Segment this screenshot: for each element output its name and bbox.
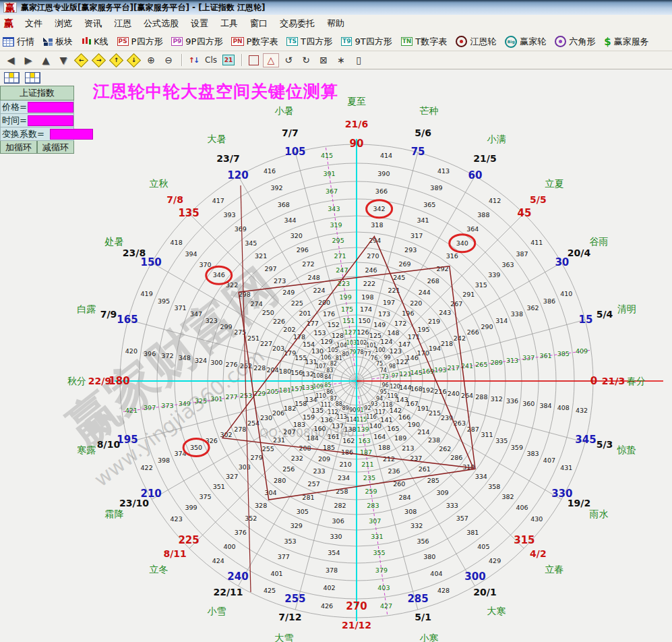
time-input[interactable]	[28, 115, 73, 126]
wheel-number: 173	[378, 310, 390, 318]
arrow-up-button[interactable]: ▲	[38, 53, 54, 67]
diamond-left-button[interactable]: ←	[73, 53, 89, 67]
arrow-right-button[interactable]: ▶	[20, 53, 36, 67]
wheel-number: 231	[273, 436, 285, 444]
wheel-number: 259	[365, 488, 377, 495]
arrow-left-button[interactable]: ◀	[3, 53, 19, 67]
rotate-ccw-button[interactable]: ↺	[280, 53, 297, 67]
menu-item-4[interactable]: 公式选股	[138, 16, 185, 32]
menu-item-9[interactable]: 帮助	[321, 16, 350, 32]
wheel-number: 297	[264, 265, 276, 272]
wheel-number: 265	[475, 361, 487, 368]
menu-item-6[interactable]: 工具	[214, 16, 244, 32]
toolbar-button-P数字表[interactable]: PNP数字表	[231, 36, 278, 48]
wheel-number: 399	[185, 504, 197, 511]
wheel-number: 347	[190, 310, 202, 318]
price-input[interactable]	[28, 102, 73, 113]
toolbar-button-行情[interactable]: 行情	[3, 36, 34, 48]
wheel-number: 206	[272, 409, 284, 417]
square-tool-button[interactable]	[245, 53, 262, 67]
wheel-number: 356	[417, 537, 429, 545]
menu-item-5[interactable]: 设置	[185, 16, 214, 32]
wheel-number: 98	[389, 363, 396, 370]
big-wheel-icon: Big	[505, 36, 517, 48]
toolbar-button-K线[interactable]: K线	[82, 36, 109, 48]
wheel-number: 180	[279, 368, 291, 375]
menu-item-2[interactable]: 资讯	[78, 16, 108, 32]
wheel-number: 413	[437, 167, 450, 175]
wheel-number: 323	[206, 317, 218, 324]
toolbar-button-T四方形[interactable]: TST四方形	[286, 36, 332, 48]
wheel-number: 245	[393, 274, 405, 281]
toolbar-button-板块[interactable]: 板块	[43, 36, 73, 48]
wheel-number: 293	[404, 246, 417, 254]
diamond-down-button[interactable]: ↓	[125, 53, 142, 67]
zoom-in-button[interactable]: ⊕	[143, 53, 159, 67]
toolbar-button-T数字表[interactable]: TNT数字表	[401, 36, 448, 48]
wheel-number: 358	[488, 483, 500, 490]
wheel-number: 149	[373, 321, 386, 328]
wheel-number: 423	[171, 515, 183, 523]
solar-term-label: 处暑	[104, 236, 124, 247]
toolbar-button-赢家服务[interactable]: $赢家服务	[604, 36, 648, 48]
add-cycle-button[interactable]: 加循环	[0, 141, 37, 154]
toolbar-button-9P四方形[interactable]: P99P四方形	[171, 36, 222, 48]
grid-table-icon-2[interactable]	[25, 72, 40, 84]
toolbar-button-六角形[interactable]: 六角形	[555, 36, 595, 48]
wheel-number: 306	[332, 517, 344, 525]
wheel-number: 274	[251, 300, 263, 308]
menu-item-8[interactable]: 交易委托	[274, 16, 321, 32]
coef-input[interactable]	[50, 129, 93, 140]
spoke-line	[357, 263, 561, 382]
center-view-button[interactable]: ∗	[333, 53, 349, 67]
menu-item-0[interactable]: 文件	[19, 16, 49, 32]
grid-table-icon-1[interactable]	[4, 72, 20, 84]
arrow-down-button[interactable]: ▼	[55, 53, 71, 67]
menu-item-1[interactable]: 浏览	[49, 16, 78, 32]
app-window: 赢 赢家江恩专业版[赢家服务平台][赢家服务平台] - [上证指数 江恩轮] 赢…	[0, 0, 672, 642]
wheel-number: 390	[377, 170, 390, 177]
wheel-number: 86	[326, 389, 333, 395]
zoom-out-button[interactable]: ⊖	[160, 53, 177, 67]
date-label: 7/9	[100, 309, 117, 320]
wheel-number: 278	[234, 426, 246, 433]
range-updown-button[interactable]: ↑↓	[185, 53, 202, 67]
menu-item-3[interactable]: 江恩	[108, 16, 138, 32]
wheel-number: 247	[336, 266, 348, 274]
date-label: 5/4	[597, 309, 613, 320]
wheel-number: 201	[299, 310, 311, 317]
wheel-number: 267	[450, 300, 462, 308]
sub-cycle-button[interactable]: 减循环	[37, 141, 74, 154]
presentation-button[interactable]: ▯	[350, 53, 367, 67]
wheel-number: 232	[291, 455, 303, 462]
solar-term-label: 谷雨	[589, 236, 608, 247]
gann-wheel-canvas[interactable]: 赢家财富网www.yingjia360.comQQ:10080003607374…	[0, 69, 672, 642]
toolbar-button-赢家轮[interactable]: Big赢家轮	[505, 36, 546, 48]
wheel-number: 282	[334, 502, 346, 509]
marquee-button[interactable]: ⊠	[315, 53, 332, 67]
cls-button[interactable]: Cls	[203, 53, 219, 67]
wheel-number: 268	[427, 277, 439, 285]
wheel-number: 311	[481, 431, 493, 438]
rotate-cw-button[interactable]: ↻	[298, 53, 314, 67]
toolbar-button-江恩轮[interactable]: 江恩轮	[456, 36, 496, 48]
wheel-number: 264	[461, 392, 473, 399]
solar-term-label: 立春	[545, 564, 563, 575]
diamond-right-button[interactable]: →	[90, 53, 106, 67]
wheel-number: 207	[283, 428, 295, 436]
triangle-tool-button[interactable]: △	[263, 53, 279, 67]
diamond-up-button[interactable]: ↑	[108, 53, 124, 67]
hexagon-icon	[555, 36, 566, 47]
chip: P9	[171, 37, 183, 46]
wheel-number: 168	[410, 385, 423, 392]
wheel-number: 405	[477, 543, 489, 550]
wheel-number: 429	[489, 557, 501, 564]
wheel-number: 164	[373, 433, 386, 440]
wheel-number: 341	[417, 216, 429, 224]
wheel-number: 89	[342, 405, 348, 411]
calendar-21-button[interactable]: 21	[220, 53, 237, 67]
menu-item-7[interactable]: 窗口	[244, 16, 274, 32]
degree-label: 30	[555, 256, 569, 268]
toolbar-button-9T四方形[interactable]: T99T四方形	[341, 36, 392, 48]
toolbar-button-P四方形[interactable]: PSP四方形	[117, 36, 163, 48]
